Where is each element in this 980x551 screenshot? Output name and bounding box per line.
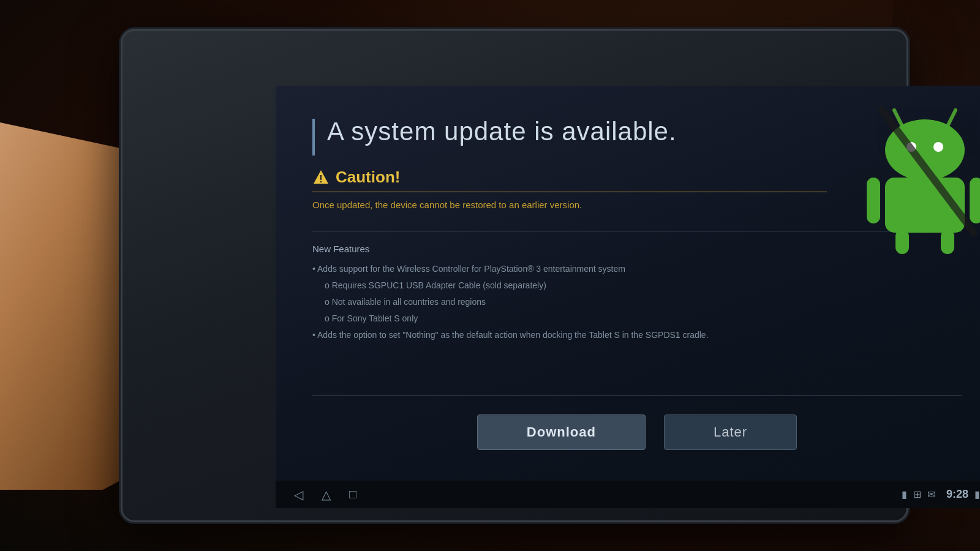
svg-rect-8 <box>895 230 909 254</box>
feature-item-4: o For Sony Tablet S only <box>312 311 962 326</box>
svg-rect-6 <box>867 178 880 223</box>
feature-item-2: o Requires SGPUC1 USB Adapter Cable (sol… <box>312 278 962 293</box>
features-section: New Features • Adds support for the Wire… <box>312 244 962 390</box>
button-row: Download Later <box>312 408 962 468</box>
svg-point-4 <box>933 142 943 152</box>
tablet-screen: A system update is available. ! Caution!… <box>276 86 980 508</box>
caution-header: ! Caution! <box>312 168 827 187</box>
status-time: 9:28 <box>946 488 968 501</box>
svg-rect-9 <box>941 230 954 254</box>
home-nav-icon[interactable]: △ <box>322 487 331 502</box>
android-robot-icon <box>864 98 980 257</box>
back-nav-icon[interactable]: ◁ <box>294 487 303 502</box>
feature-item-3: o Not available in all countries and reg… <box>312 294 962 310</box>
caution-body-text: Once updated, the device cannot be resto… <box>312 198 827 212</box>
tablet-frame: A system update is available. ! Caution!… <box>123 31 907 520</box>
features-list: • Adds support for the Wireless Controll… <box>312 261 962 343</box>
feature-item-1: • Adds support for the Wireless Controll… <box>312 261 962 277</box>
svg-rect-7 <box>970 178 980 223</box>
signal-icon: ▮ <box>902 489 907 500</box>
status-icons: ▮ ⊞ ✉ 9:28 ▮ <box>902 488 980 501</box>
screen-content: A system update is available. ! Caution!… <box>276 86 980 481</box>
recents-nav-icon[interactable]: □ <box>349 487 356 501</box>
svg-text:!: ! <box>319 174 322 184</box>
caution-divider <box>312 192 827 192</box>
status-bar: ◁ △ □ ▮ ⊞ ✉ 9:28 ▮ <box>276 481 980 508</box>
later-button[interactable]: Later <box>664 414 797 450</box>
feature-item-5: • Adds the option to set "Nothing" as th… <box>312 328 962 343</box>
battery-icon: ▮ <box>974 489 980 500</box>
bottom-divider <box>312 395 962 396</box>
navigation-icons: ◁ △ □ <box>294 487 356 502</box>
title-bar-decoration <box>312 119 315 156</box>
wifi-icon: ⊞ <box>913 489 921 500</box>
caution-triangle-icon: ! <box>312 169 330 186</box>
dialog-title: A system update is available. <box>327 116 677 147</box>
download-button[interactable]: Download <box>477 414 646 450</box>
caution-title-text: Caution! <box>336 168 400 187</box>
mail-icon: ✉ <box>927 489 935 500</box>
